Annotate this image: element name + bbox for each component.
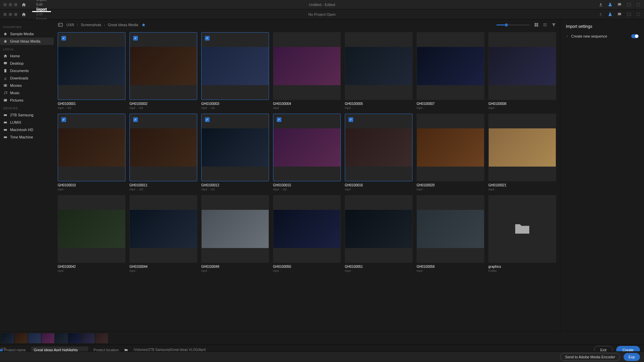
media-thumbnail[interactable]: [201, 114, 269, 181]
breadcrumb-segment[interactable]: Screenshots: [81, 23, 101, 27]
svg-rect-11: [4, 129, 7, 131]
media-thumbnail[interactable]: [58, 195, 125, 263]
fullscreen-icon[interactable]: [636, 12, 641, 17]
tab-edit[interactable]: Edit: [32, 2, 51, 7]
clip-meta: mp4 ·: [345, 106, 413, 110]
favorite-star-icon[interactable]: [142, 23, 146, 27]
strip-thumbnail[interactable]: [15, 333, 28, 343]
media-card: GH0100058mp4 ·: [417, 195, 484, 273]
send-encoder-button[interactable]: Send to Adobe Media Encoder: [560, 353, 620, 361]
breadcrumb-segment[interactable]: Great Ideas Media: [108, 23, 139, 27]
sidebar-item-desktop[interactable]: Desktop: [0, 60, 54, 67]
selection-checkbox[interactable]: [205, 117, 210, 122]
sequence-toggle[interactable]: [631, 34, 639, 38]
tab-import[interactable]: Import: [32, 7, 51, 12]
chat-icon[interactable]: [617, 12, 622, 17]
thumbnail-size-slider[interactable]: [496, 24, 530, 25]
traffic-lights[interactable]: [3, 3, 17, 6]
sidebar-header: LOCAL: [0, 45, 54, 52]
filter-icon[interactable]: [551, 22, 556, 27]
media-thumbnail[interactable]: [345, 114, 413, 181]
selection-checkbox[interactable]: [133, 36, 138, 41]
svg-point-5: [4, 94, 5, 94]
tab-edit[interactable]: Edit: [32, 12, 51, 17]
media-thumbnail[interactable]: [488, 114, 556, 181]
media-card: GH0100001mp4 · -:02: [58, 32, 125, 110]
share-icon[interactable]: [598, 2, 603, 7]
media-thumbnail[interactable]: [201, 32, 269, 100]
sidebar-item-music[interactable]: Music: [0, 89, 54, 97]
media-thumbnail[interactable]: [417, 195, 484, 263]
media-thumbnail[interactable]: [58, 114, 125, 181]
list-view-icon[interactable]: [543, 22, 547, 27]
media-thumbnail[interactable]: [201, 195, 269, 263]
media-thumbnail[interactable]: [129, 32, 197, 100]
sidebar-item-sample-media[interactable]: Sample Media: [0, 30, 54, 38]
media-thumbnail[interactable]: [417, 32, 484, 100]
picture-icon: [3, 98, 7, 102]
movie-icon: [3, 83, 7, 87]
fullscreen-icon[interactable]: [636, 2, 641, 7]
create-sequence-row[interactable]: Create new sequence: [566, 34, 639, 38]
svg-rect-12: [4, 136, 7, 138]
media-thumbnail[interactable]: [488, 195, 556, 263]
media-thumbnail[interactable]: [488, 32, 556, 100]
clip-meta: mp4 · -:02: [273, 188, 341, 191]
strip-thumbnail[interactable]: [42, 333, 54, 343]
sidebar-item-documents[interactable]: Documents: [0, 67, 54, 74]
clip-meta: mp4 · -:02: [129, 106, 197, 110]
sidebar-item-2tb-samsung[interactable]: 2TB Samsung: [0, 111, 54, 119]
share-icon[interactable]: [598, 12, 603, 17]
media-icon: [58, 22, 63, 27]
sidebar-item-downloads[interactable]: Downloads: [0, 74, 54, 82]
strip-thumbnail[interactable]: [28, 333, 41, 343]
strip-thumbnail[interactable]: [55, 333, 68, 343]
strip-thumbnail[interactable]: [68, 333, 81, 343]
window-icon[interactable]: [627, 2, 631, 7]
media-thumbnail[interactable]: [345, 32, 413, 100]
media-card: GH0100016mp4 ·: [345, 114, 413, 191]
breadcrumb[interactable]: UXR›Screenshots›Great Ideas Media: [66, 23, 138, 27]
selection-checkbox[interactable]: [61, 36, 66, 41]
breadcrumb-segment[interactable]: UXR: [66, 23, 74, 27]
sidebar-item-home[interactable]: Home: [0, 52, 54, 60]
clip-name: GH0100049: [201, 265, 269, 268]
strip-thumbnail[interactable]: [1, 333, 14, 343]
selection-checkbox[interactable]: [61, 117, 66, 122]
selection-checkbox[interactable]: [205, 36, 210, 41]
strip-thumbnail[interactable]: [95, 333, 108, 343]
chat-icon[interactable]: [617, 2, 622, 7]
clip-meta: mp4 ·: [273, 269, 341, 273]
import-settings-panel: Import settings Create new sequence: [560, 19, 644, 331]
sidebar-item-macintosh-hd[interactable]: Macintosh HD: [0, 126, 54, 133]
home-icon[interactable]: [21, 2, 26, 7]
sidebar-item-great-ideas-media[interactable]: Great Ideas Media: [0, 38, 54, 45]
clip-meta: mp4 ·: [273, 106, 341, 110]
selection-checkbox[interactable]: [348, 117, 353, 122]
sidebar-item-pictures[interactable]: Pictures: [0, 97, 54, 104]
media-thumbnail[interactable]: [129, 114, 197, 181]
media-thumbnail[interactable]: [129, 195, 197, 263]
export-button[interactable]: Exp: [624, 353, 640, 361]
strip-thumbnail[interactable]: [82, 333, 95, 343]
media-thumbnail[interactable]: [273, 32, 341, 100]
traffic-lights-2[interactable]: [3, 13, 17, 16]
clip-meta: mp4 ·: [58, 188, 125, 191]
selection-checkbox[interactable]: [133, 117, 138, 122]
window-icon[interactable]: [627, 12, 631, 17]
media-thumbnail[interactable]: [273, 195, 341, 263]
sidebar-item-movies[interactable]: Movies: [0, 82, 54, 89]
sidebar-item-lumix[interactable]: LUMIX: [0, 119, 54, 126]
clip-meta: mp4 ·: [417, 106, 484, 110]
grid-view-icon[interactable]: [534, 22, 539, 27]
svg-rect-7: [4, 99, 7, 102]
media-thumbnail[interactable]: [58, 32, 125, 100]
home-icon[interactable]: [21, 12, 26, 17]
media-thumbnail[interactable]: [417, 114, 484, 181]
selection-checkbox[interactable]: [277, 117, 281, 122]
sidebar-item-time-machine[interactable]: Time Machine: [0, 133, 54, 141]
beaker-icon[interactable]: [608, 12, 612, 17]
media-thumbnail[interactable]: [345, 195, 413, 263]
media-thumbnail[interactable]: [273, 114, 341, 181]
beaker-icon[interactable]: [608, 2, 612, 7]
